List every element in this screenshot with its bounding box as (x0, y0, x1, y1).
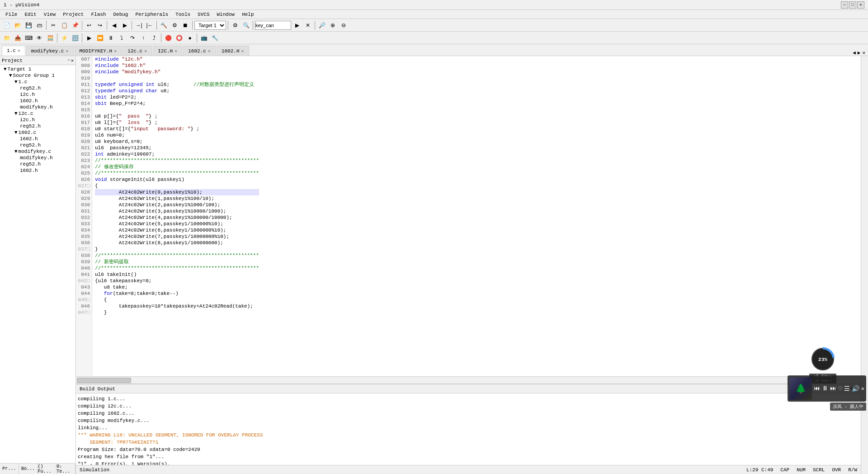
stop-build-btn[interactable]: ⏹ (180, 20, 190, 30)
periph-btn[interactable]: ⚡ (59, 33, 69, 43)
target-dropdown[interactable]: Target 1 (194, 21, 226, 30)
tab-i2c-c[interactable]: i2c.c ✕ (123, 46, 152, 56)
zoom-btn[interactable]: 🔎 (317, 20, 327, 30)
tree-source-group1[interactable]: ▼ Source Group 1 (0, 72, 75, 79)
proj-tab-functions[interactable]: () Fu... (38, 464, 57, 474)
tab-1602-h[interactable]: 1602.H ✕ (217, 46, 249, 56)
settings-btn2[interactable]: 🔧 (210, 33, 220, 43)
paste-btn[interactable]: 📌 (70, 20, 80, 30)
menu-file[interactable]: File (2, 11, 21, 18)
zoom-in-btn[interactable]: ⊕ (328, 20, 338, 30)
tree-file-1602c[interactable]: ▼ 1602.c (0, 129, 75, 136)
build-output-content[interactable]: compiling 1.c... compiling i2c.c... comp… (76, 393, 861, 465)
tree-reg52h-4[interactable]: reg52.h (0, 161, 75, 167)
music-close-btn[interactable]: ✕ (861, 385, 864, 392)
volume-btn[interactable]: 🔊 (852, 385, 859, 393)
menu-view[interactable]: View (40, 11, 59, 18)
navigate-fwd-btn[interactable]: ▶ (120, 20, 130, 30)
search-field[interactable] (255, 21, 291, 30)
menu-svcs[interactable]: SVCS (194, 11, 213, 18)
close-tab-1602-h[interactable]: ✕ (241, 48, 244, 54)
step-btn[interactable]: ⤵ (117, 33, 127, 43)
save-all-btn[interactable]: 🗃 (34, 20, 44, 30)
tab-modifykey-h[interactable]: MODIFYKEY.H ✕ (75, 46, 122, 56)
redo-btn[interactable]: ↪ (95, 20, 105, 30)
ln-045[interactable]: 045□ (76, 297, 92, 303)
tree-1602h-2[interactable]: 1602.h (0, 136, 75, 142)
new-file-btn[interactable]: 📄 (2, 20, 12, 30)
ln-047[interactable]: 047□ (76, 309, 92, 316)
menu-help[interactable]: Help (238, 11, 257, 18)
restore-button[interactable]: □ (849, 1, 856, 9)
clear-bp-btn[interactable]: ⭕ (174, 33, 184, 43)
tree-i2ch[interactable]: i2c.h (0, 91, 75, 98)
tab-scroll-left[interactable]: ◀ (853, 50, 856, 56)
run-to-cursor-btn[interactable]: ⤴ (149, 33, 159, 43)
tab-close-all[interactable]: ✕ (862, 50, 865, 56)
menu-window[interactable]: Window (213, 11, 239, 18)
tree-reg52h-1[interactable]: reg52.h (0, 85, 75, 91)
ln-027[interactable]: 027□ (76, 183, 92, 189)
tree-i2ch-2[interactable]: i2c.h (0, 117, 75, 123)
tree-modifykey-h1[interactable]: modifykey.h (0, 104, 75, 110)
next-track-btn[interactable]: ⏭ (830, 385, 836, 392)
close-tab-i2c-h[interactable]: ✕ (175, 48, 177, 54)
close-tab-i2c-c[interactable]: ✕ (144, 48, 147, 54)
cmd-win-btn[interactable]: ⌨ (24, 33, 33, 43)
prev-track-btn[interactable]: ⏮ (814, 385, 820, 392)
zoom-out-btn[interactable]: ⊖ (339, 20, 349, 30)
ln-042[interactable]: 042□ (76, 278, 92, 284)
menu-edit[interactable]: Edit (21, 11, 40, 18)
display-mode-btn[interactable]: 📺 (199, 33, 209, 43)
close-tab-1602-c[interactable]: ✕ (208, 48, 211, 54)
cut-btn[interactable]: ✂ (48, 20, 58, 30)
mem-win-btn[interactable]: 🧮 (45, 33, 55, 43)
tab-1602-c[interactable]: 1602.c ✕ (183, 46, 216, 56)
build-all-btn[interactable]: ⚙ (170, 20, 179, 30)
tab-modifykey-c[interactable]: modifykey.c ✕ (26, 46, 74, 56)
project-collapse-btn[interactable]: − (67, 58, 70, 63)
tree-target1[interactable]: ▼ Target 1 (0, 66, 75, 72)
pause-btn[interactable]: ⏸ (822, 385, 828, 392)
menu-debug[interactable]: Debug (109, 11, 132, 18)
tree-modifykey-h2[interactable]: modifykey.h (0, 155, 75, 161)
enable-bp-btn[interactable]: ● (185, 33, 195, 43)
tab-scroll-right[interactable]: ▶ (858, 50, 861, 56)
proj-tab-templates[interactable]: 0↓ Te... (57, 464, 75, 474)
tree-reg52h-2[interactable]: reg52.h (0, 123, 75, 129)
menu-peripherals[interactable]: Peripherals (132, 11, 172, 18)
search-btn[interactable]: 🔍 (241, 20, 251, 30)
navigate-back-btn[interactable]: ◀ (109, 20, 119, 30)
list-btn[interactable]: ☰ (844, 385, 850, 393)
close-button[interactable]: ✕ (857, 1, 864, 9)
tab-1c[interactable]: 1.c ✕ (2, 46, 25, 56)
close-tab-1c[interactable]: ✕ (18, 48, 20, 53)
halt-btn[interactable]: ⏸ (106, 33, 116, 43)
close-tab-modifykey-h[interactable]: ✕ (114, 48, 117, 54)
copy-btn[interactable]: 📋 (59, 20, 69, 30)
clear-search-btn[interactable]: ✕ (303, 20, 313, 30)
hscroll-thumb[interactable] (77, 378, 131, 383)
step-over-btn[interactable]: ↷ (127, 33, 137, 43)
indent-btn[interactable]: →| (134, 20, 144, 30)
undo-btn[interactable]: ↩ (84, 20, 94, 30)
proj-tab-project[interactable]: Pr... (0, 464, 19, 474)
save-btn[interactable]: 💾 (24, 20, 33, 30)
watch-win-btn[interactable]: 👁 (34, 33, 44, 43)
tree-1602h-1[interactable]: 1602.h (0, 98, 75, 104)
minimize-button[interactable]: ─ (841, 1, 848, 9)
menu-project[interactable]: Project (59, 11, 87, 18)
proj-tab-books[interactable]: Bo... (19, 464, 38, 474)
breakpoint-btn[interactable]: 🔴 (163, 33, 173, 43)
tree-file-1c[interactable]: ▼ 1.c (0, 79, 75, 85)
ln-037[interactable]: 037□ (76, 246, 92, 252)
project-win-btn[interactable]: 📁 (2, 33, 12, 43)
tab-i2c-h[interactable]: I2C.H ✕ (153, 46, 182, 56)
run-btn[interactable]: ⏩ (95, 33, 105, 43)
tree-file-i2cc[interactable]: ▼ i2c.c (0, 110, 75, 117)
build-target-btn[interactable]: 🔨 (159, 20, 169, 30)
close-tab-modifykey-c[interactable]: ✕ (66, 48, 68, 54)
step-out-btn[interactable]: ↑ (138, 33, 148, 43)
like-btn[interactable]: ♡ (838, 385, 842, 393)
tree-file-modifykey-c[interactable]: ▼ modifykey.c (0, 148, 75, 155)
